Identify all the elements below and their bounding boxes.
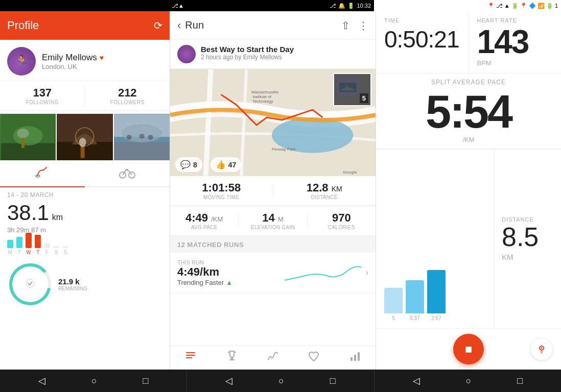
stats-pace-section: SPLIT AVERAGE PACE 5:54 /KM bbox=[376, 74, 561, 149]
nav-activity-log[interactable] bbox=[252, 350, 293, 365]
svg-point-14 bbox=[127, 135, 132, 140]
avg-pace-stat: 4:49 /KM AVG PACE bbox=[170, 211, 238, 230]
back-nav-icon-3[interactable]: ◁ bbox=[413, 375, 420, 386]
location-button[interactable] bbox=[530, 338, 553, 360]
bar-fri-rect bbox=[44, 243, 50, 248]
elev-value: 14 M bbox=[239, 211, 307, 225]
remaining-km: 21.9 k bbox=[58, 277, 87, 286]
bottom-nav bbox=[170, 346, 376, 370]
home-nav-icon-2[interactable]: ○ bbox=[278, 376, 284, 386]
more-icon[interactable]: ⋮ bbox=[358, 19, 368, 32]
battery-icon-mid: 🔋 bbox=[347, 3, 355, 9]
nav-bar-2: ◁ ○ □ bbox=[186, 370, 373, 392]
back-button[interactable]: ‹ bbox=[177, 19, 181, 32]
comments-button[interactable]: 💬 8 bbox=[175, 157, 202, 172]
this-run-pace: 4:49/km bbox=[177, 265, 276, 279]
photo-3[interactable] bbox=[114, 114, 170, 160]
nav-bar-3: ◁ ○ □ bbox=[374, 370, 561, 392]
profile-user-section: 🏃 Emily Mellows ♥ London, UK bbox=[0, 40, 170, 81]
bar-1-label: 5 bbox=[392, 315, 395, 321]
bar-wed: W bbox=[26, 233, 32, 255]
remaining-label: REMAINING bbox=[58, 286, 87, 291]
svg-rect-41 bbox=[358, 352, 360, 361]
calories-stat: 970 CALORIES bbox=[308, 211, 376, 230]
bar-3-label: 2:57 bbox=[431, 315, 441, 321]
followers-count: 212 bbox=[85, 86, 170, 100]
svg-rect-35 bbox=[186, 355, 195, 356]
heart-icon: ♥ bbox=[100, 54, 104, 62]
bar-sun: S bbox=[62, 246, 68, 255]
stats-hr-section: HEART RATE 143 BPM bbox=[469, 11, 562, 73]
comment-icon: 💬 bbox=[180, 160, 191, 169]
signal-right: ▲ bbox=[504, 3, 510, 9]
svg-rect-8 bbox=[81, 145, 85, 158]
following-count: 137 bbox=[0, 86, 85, 100]
post-meta: 2 hours ago by Emily Mellows bbox=[201, 54, 294, 61]
svg-rect-38 bbox=[229, 359, 235, 360]
circle-section: 21.9 k REMAINING bbox=[0, 258, 170, 310]
run-post: Best Way to Start the Day 2 hours ago by… bbox=[170, 40, 376, 69]
weekly-bars: M T W T F S S bbox=[0, 238, 170, 258]
bar-fri: F bbox=[44, 243, 50, 255]
svg-point-43 bbox=[541, 348, 543, 349]
location-icon-right: 📍 bbox=[487, 3, 495, 9]
bar-3: 2:57 bbox=[427, 270, 446, 321]
nav-chart[interactable] bbox=[335, 350, 376, 365]
back-nav-icon[interactable]: ◁ bbox=[38, 375, 45, 386]
svg-rect-39 bbox=[350, 357, 353, 361]
run-title: Run bbox=[185, 19, 341, 31]
distance-stat: 12.8 KM DISTANCE bbox=[273, 181, 376, 200]
bar-thu-rect bbox=[35, 235, 41, 248]
status-bar-left: ⎇ ▲ bbox=[0, 0, 187, 11]
recent-nav-icon-2[interactable]: □ bbox=[330, 376, 336, 386]
bar-2: 5:37 bbox=[406, 280, 424, 321]
svg-point-15 bbox=[139, 134, 144, 139]
moving-time-value: 1:01:58 bbox=[170, 181, 273, 194]
svg-text:Massachusetts: Massachusetts bbox=[251, 90, 278, 94]
home-nav-icon-3[interactable]: ○ bbox=[465, 376, 471, 386]
pace-label: SPLIT AVERAGE PACE bbox=[384, 79, 553, 86]
circle-text: 21.9 k REMAINING bbox=[58, 277, 87, 291]
thumbnail-count: 5 bbox=[360, 93, 368, 103]
map-reactions: 💬 8 👍 47 bbox=[170, 157, 376, 172]
stop-button[interactable]: ■ bbox=[453, 334, 484, 364]
following-stat[interactable]: 137 FOLLOWING bbox=[0, 81, 85, 110]
likes-button[interactable]: 👍 47 bbox=[211, 157, 242, 172]
distance-unit: KM bbox=[502, 253, 554, 261]
recent-nav-icon-3[interactable]: □ bbox=[517, 376, 523, 386]
photo-1[interactable] bbox=[0, 114, 56, 160]
nav-activity[interactable] bbox=[170, 350, 211, 365]
bluetooth-icon-mid: ⎇ bbox=[330, 3, 336, 9]
photo-2[interactable] bbox=[57, 114, 112, 160]
nav-heart[interactable] bbox=[293, 350, 334, 365]
bluetooth-icon: ⎇ bbox=[172, 3, 178, 9]
recent-nav-icon[interactable]: □ bbox=[143, 376, 149, 386]
svg-point-22 bbox=[26, 279, 34, 287]
profile-header: Profile ⟳ bbox=[0, 11, 170, 40]
tab-run[interactable] bbox=[0, 161, 85, 187]
nav-trophy[interactable] bbox=[211, 350, 252, 365]
tab-bike[interactable] bbox=[85, 161, 170, 186]
activity-distance: 38.1 km bbox=[0, 201, 170, 225]
distance-unit: km bbox=[52, 213, 63, 222]
pace-bar-chart: 5 5:37 2:57 bbox=[384, 272, 486, 323]
user-location: London, UK bbox=[42, 63, 104, 70]
refresh-icon[interactable]: ⟳ bbox=[154, 19, 162, 32]
svg-point-17 bbox=[36, 175, 40, 177]
run-actions: ⇧ ⋮ bbox=[341, 19, 368, 32]
bar-mon-rect bbox=[7, 240, 13, 248]
back-nav-icon-2[interactable]: ◁ bbox=[225, 375, 232, 386]
svg-rect-1 bbox=[1, 143, 55, 160]
bar-tue-rect bbox=[16, 237, 22, 248]
stats-chart: 5 5:37 2:57 bbox=[376, 150, 495, 328]
like-icon: 👍 bbox=[216, 160, 226, 169]
map-area[interactable]: Massachusetts Institute of Technology Fe… bbox=[170, 69, 376, 176]
svg-rect-40 bbox=[354, 355, 356, 361]
panel-stats: TIME 0:50:21 HEART RATE 143 BPM SPLIT AV… bbox=[376, 11, 561, 370]
followers-stat[interactable]: 212 FOLLOWERS bbox=[85, 81, 170, 110]
bar-3-rect bbox=[427, 270, 446, 313]
run-stats-2: 4:49 /KM AVG PACE 14 M ELEVATION GAIN 97… bbox=[170, 206, 376, 236]
avg-pace-value: 4:49 /KM bbox=[170, 211, 238, 225]
home-nav-icon[interactable]: ○ bbox=[91, 376, 97, 386]
share-icon[interactable]: ⇧ bbox=[341, 19, 350, 32]
